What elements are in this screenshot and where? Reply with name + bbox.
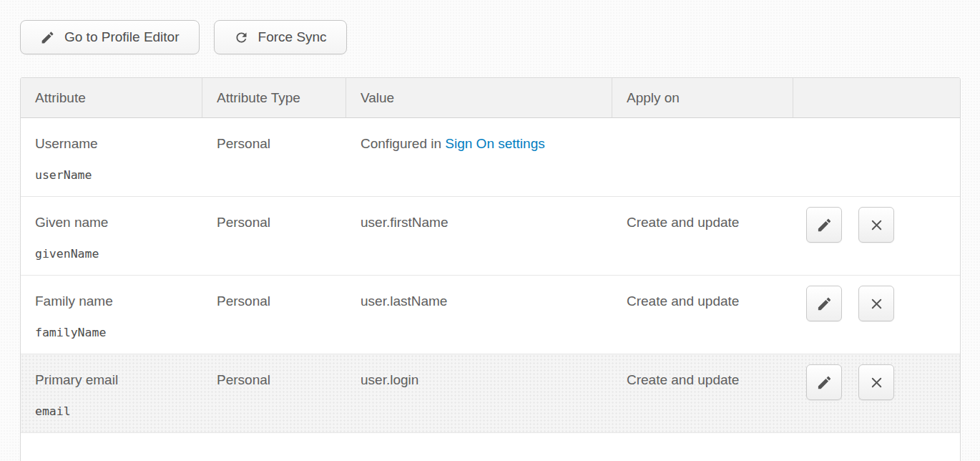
attribute-type-cell: Personal <box>202 276 346 354</box>
edit-attribute-button[interactable] <box>806 364 842 400</box>
remove-attribute-button[interactable] <box>858 207 894 243</box>
value-text: Configured in <box>361 136 445 151</box>
header-value: Value <box>346 78 612 117</box>
attribute-mappings-table: Attribute Attribute Type Value Apply on … <box>20 77 961 461</box>
go-to-profile-editor-button[interactable]: Go to Profile Editor <box>20 20 200 54</box>
go-to-profile-editor-label: Go to Profile Editor <box>64 29 180 45</box>
pencil-icon <box>816 296 833 312</box>
close-icon <box>868 296 885 312</box>
header-attribute-type: Attribute Type <box>202 78 346 117</box>
table-header-row: Attribute Attribute Type Value Apply on <box>21 78 960 118</box>
value-cell: Configured in Sign On settings <box>346 118 612 196</box>
actions-cell <box>793 197 960 275</box>
attribute-label: Given name <box>35 215 195 230</box>
attribute-type-cell: Personal <box>202 354 346 432</box>
attribute-cell: UsernameuserName <box>21 118 202 196</box>
empty-row <box>21 433 960 461</box>
header-actions <box>793 78 960 117</box>
attribute-type-cell: Personal <box>202 197 346 275</box>
table-row: Primary emailemailPersonaluser.loginCrea… <box>21 354 960 433</box>
actions-cell <box>793 118 960 196</box>
sign-on-settings-link[interactable]: Sign On settings <box>445 136 544 151</box>
edit-attribute-button[interactable] <box>806 286 842 321</box>
value-cell: user.login <box>346 354 612 432</box>
toolbar: Go to Profile Editor Force Sync <box>20 20 980 54</box>
attribute-variable-name: userName <box>35 168 195 182</box>
attribute-variable-name: givenName <box>35 247 195 261</box>
value-cell: user.lastName <box>346 276 612 354</box>
apply-on-cell: Create and update <box>612 276 793 354</box>
remove-attribute-button[interactable] <box>858 286 894 321</box>
apply-on-cell: Create and update <box>612 354 793 432</box>
close-icon <box>868 217 885 233</box>
force-sync-button[interactable]: Force Sync <box>214 20 347 54</box>
actions-cell <box>793 276 960 354</box>
table-row: Given namegivenNamePersonaluser.firstNam… <box>21 197 960 276</box>
pencil-icon <box>816 217 833 233</box>
pencil-icon <box>816 374 833 391</box>
apply-on-cell: Create and update <box>612 197 793 275</box>
table-body: UsernameuserNamePersonalConfigured in Si… <box>21 118 960 461</box>
header-apply-on: Apply on <box>612 78 793 117</box>
apply-on-cell <box>612 118 793 196</box>
table-row: Family namefamilyNamePersonaluser.lastNa… <box>21 276 960 354</box>
attribute-label: Primary email <box>35 372 195 388</box>
attribute-variable-name: email <box>35 404 195 418</box>
header-attribute: Attribute <box>21 78 202 117</box>
attribute-label: Family name <box>35 293 195 309</box>
attribute-type-cell: Personal <box>202 118 346 196</box>
attribute-variable-name: familyName <box>35 326 195 339</box>
pencil-icon <box>40 30 55 45</box>
remove-attribute-button[interactable] <box>858 364 894 400</box>
attribute-cell: Given namegivenName <box>21 197 202 275</box>
table-row: UsernameuserNamePersonalConfigured in Si… <box>21 118 960 197</box>
attribute-label: Username <box>35 136 195 152</box>
value-cell: user.firstName <box>346 197 612 275</box>
attribute-cell: Family namefamilyName <box>21 276 202 354</box>
force-sync-label: Force Sync <box>258 29 327 45</box>
close-icon <box>868 374 885 391</box>
edit-attribute-button[interactable] <box>806 207 842 243</box>
refresh-icon <box>234 30 249 45</box>
attribute-cell: Primary emailemail <box>21 354 202 432</box>
actions-cell <box>793 354 960 432</box>
